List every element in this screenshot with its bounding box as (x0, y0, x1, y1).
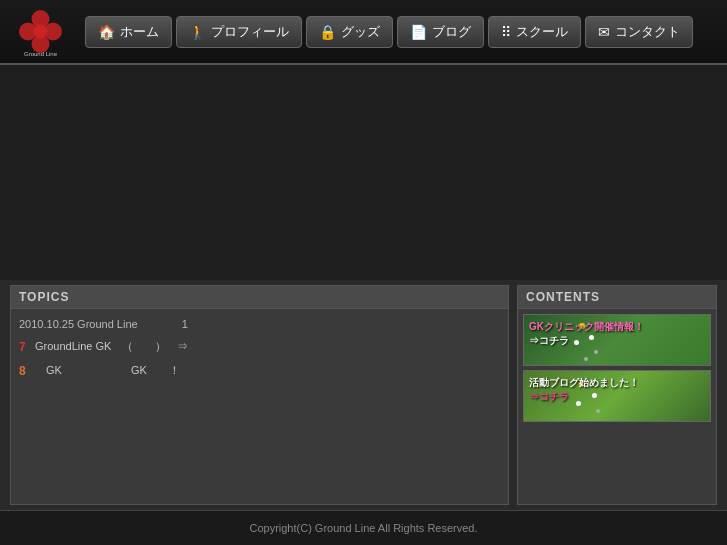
topics-header: TOPICS (11, 286, 508, 309)
svg-text:Ground Line: Ground Line (23, 51, 57, 57)
topic-num-2: 8 (19, 362, 31, 380)
contents-card-2[interactable]: 活動ブログ始めました！ ⇒コチラ (523, 370, 711, 422)
topic-item-1[interactable]: 7 GroundLine GK （ ） ⇒ (19, 338, 500, 356)
main-content: TOPICS 2010.10.25 Ground Line 1 7 Ground… (0, 65, 727, 510)
footer-copyright: Copyright(C) Ground Line All Rights Rese… (249, 522, 477, 534)
contents-body: GKクリニック開催情報！ ⇒コチラ 活動ブログ始めました！ ⇒コチラ (518, 309, 716, 427)
logo: Ground Line (0, 2, 80, 62)
nav-profile[interactable]: 🚶 プロフィール (176, 16, 302, 48)
topics-panel: TOPICS 2010.10.25 Ground Line 1 7 Ground… (10, 285, 509, 505)
nav-home[interactable]: 🏠 ホーム (85, 16, 172, 48)
hero-banner (0, 65, 727, 280)
header: Ground Line 🏠 ホーム 🚶 プロフィール 🔒 グッズ 📄 ブログ ⠿… (0, 0, 727, 65)
main-nav: 🏠 ホーム 🚶 プロフィール 🔒 グッズ 📄 ブログ ⠿ スクール ✉ コンタク… (80, 16, 693, 48)
topic-num-1: 7 (19, 338, 31, 356)
nav-profile-label: プロフィール (211, 23, 289, 41)
topic-item-2[interactable]: 8 GK GK ！ (19, 362, 500, 380)
nav-contact[interactable]: ✉ コンタクト (585, 16, 693, 48)
home-icon: 🏠 (98, 24, 115, 40)
nav-blog-label: ブログ (432, 23, 471, 41)
topic-text-1: GroundLine GK （ ） ⇒ (35, 338, 188, 355)
nav-goods-label: グッズ (341, 23, 380, 41)
topic-text-2: GK GK ！ (35, 362, 180, 379)
nav-home-label: ホーム (120, 23, 159, 41)
nav-school-label: スクール (516, 23, 568, 41)
nav-school[interactable]: ⠿ スクール (488, 16, 581, 48)
topic-date: 2010.10.25 Ground Line 1 (19, 317, 500, 332)
nav-goods[interactable]: 🔒 グッズ (306, 16, 393, 48)
blog-icon: 📄 (410, 24, 427, 40)
contents-panel: CONTENTS GKクリニック開催情報！ ⇒コチラ (517, 285, 717, 505)
svg-point-4 (33, 25, 47, 39)
contact-icon: ✉ (598, 24, 610, 40)
topics-body: 2010.10.25 Ground Line 1 7 GroundLine GK… (11, 309, 508, 504)
content-section: TOPICS 2010.10.25 Ground Line 1 7 Ground… (0, 280, 727, 510)
nav-contact-label: コンタクト (615, 23, 680, 41)
card1-text: GKクリニック開催情報！ ⇒コチラ (529, 320, 644, 348)
contents-header: CONTENTS (518, 286, 716, 309)
profile-icon: 🚶 (189, 24, 206, 40)
footer: Copyright(C) Ground Line All Rights Rese… (0, 510, 727, 545)
school-icon: ⠿ (501, 24, 511, 40)
contents-card-1[interactable]: GKクリニック開催情報！ ⇒コチラ (523, 314, 711, 366)
goods-icon: 🔒 (319, 24, 336, 40)
nav-blog[interactable]: 📄 ブログ (397, 16, 484, 48)
card2-text: 活動ブログ始めました！ ⇒コチラ (529, 376, 639, 404)
